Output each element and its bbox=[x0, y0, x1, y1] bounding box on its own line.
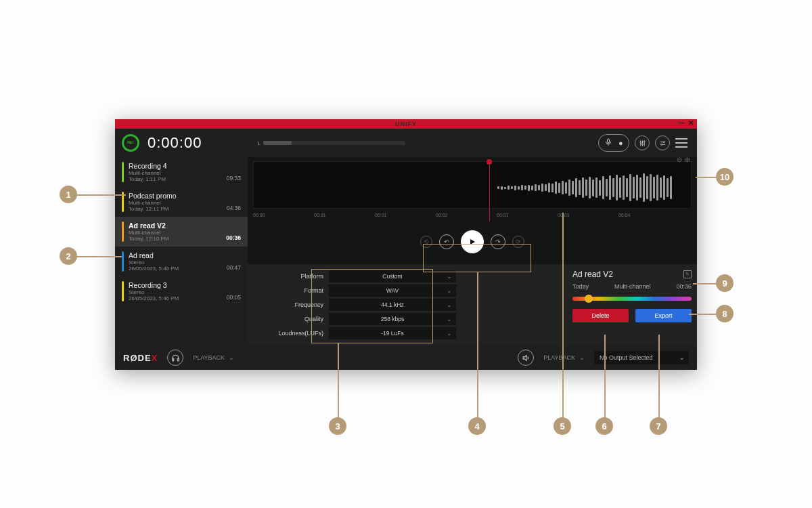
frequency-label: Frequency bbox=[267, 301, 323, 308]
svg-rect-0 bbox=[608, 139, 610, 143]
app-body: Recording 4 Multi-channel Today, 1:11 PM… bbox=[115, 157, 697, 345]
callout-5: 5 bbox=[554, 417, 571, 435]
chevron-down-icon: ⌄ bbox=[679, 354, 685, 361]
app-footer: RØDEX PLAYBACK⌄ PLAYBACK⌄ No Output Sele… bbox=[115, 345, 697, 370]
lead-10 bbox=[696, 177, 717, 178]
rec-date: 26/05/2023, 5:48 PM bbox=[129, 266, 179, 272]
color-picker[interactable] bbox=[572, 297, 692, 301]
callout-1: 1 bbox=[60, 186, 77, 203]
frequency-dropdown[interactable]: 44.1 kHz⌄ bbox=[329, 299, 456, 311]
file-name: Ad read V2 bbox=[572, 270, 613, 279]
file-name-row: Ad read V2 ✎ bbox=[572, 270, 692, 279]
skip-end-icon[interactable]: ⟳ bbox=[512, 236, 524, 248]
rec-sub: Multi-channel bbox=[129, 200, 177, 206]
level-bar bbox=[263, 141, 405, 145]
format-label: Format bbox=[267, 287, 323, 294]
chevron-down-icon: ⌄ bbox=[447, 330, 452, 337]
quality-label: Quality bbox=[267, 316, 323, 322]
zoom-out-icon[interactable]: ⊖ bbox=[677, 156, 682, 163]
speaker-icon[interactable] bbox=[518, 350, 534, 366]
format-dropdown[interactable]: WAV⌄ bbox=[329, 284, 456, 297]
tick: 00:02 bbox=[436, 213, 497, 224]
waveform-track[interactable] bbox=[253, 161, 692, 209]
rec-date: Today, 12:11 PM bbox=[129, 206, 177, 212]
rec-dur: 00:36 bbox=[226, 234, 241, 241]
color-tag bbox=[122, 162, 124, 182]
list-item[interactable]: Podcast promo Multi-channel Today, 12:11… bbox=[115, 187, 248, 217]
file-details: Ad read V2 ✎ Today Multi-channel 00:36 D… bbox=[572, 270, 692, 340]
output-dropdown[interactable]: No Output Selected⌄ bbox=[594, 351, 689, 364]
file-meta: Today Multi-channel 00:36 bbox=[572, 283, 692, 290]
color-tag bbox=[122, 251, 124, 272]
list-item[interactable]: Recording 3 Stereo 26/05/2023, 5:46 PM 0… bbox=[115, 276, 248, 306]
details-row: Platform Custom⌄ Format WAV⌄ Frequency 4… bbox=[248, 264, 697, 345]
export-settings: Platform Custom⌄ Format WAV⌄ Frequency 4… bbox=[267, 270, 456, 340]
loudness-dropdown[interactable]: -19 LuFs⌄ bbox=[329, 327, 456, 339]
waveform bbox=[497, 171, 687, 204]
rec-title: Podcast promo bbox=[129, 192, 177, 200]
playback-select-right[interactable]: PLAYBACK⌄ bbox=[543, 354, 585, 361]
rename-icon[interactable]: ✎ bbox=[683, 270, 692, 278]
level-meter: L bbox=[257, 140, 501, 146]
rec-sub: Multi-channel bbox=[129, 230, 168, 236]
headphones-icon[interactable] bbox=[167, 350, 183, 366]
tick: 00:01 bbox=[314, 213, 375, 224]
level-label: L bbox=[257, 140, 260, 146]
app-header: REC 0:00:00 L ● bbox=[115, 129, 697, 157]
svg-point-5 bbox=[660, 144, 662, 145]
close-icon[interactable]: ✕ bbox=[688, 120, 694, 126]
center-spacer bbox=[464, 270, 564, 340]
chevron-down-icon: ⌄ bbox=[447, 287, 452, 294]
time-ticks: 00:00 00:01 00:01 00:02 00:03 00:03 00:0… bbox=[253, 213, 692, 224]
rec-title: Ad read V2 bbox=[129, 221, 168, 230]
play-button[interactable] bbox=[461, 230, 484, 253]
window-controls: — ✕ bbox=[678, 120, 694, 126]
callout-2: 2 bbox=[60, 247, 77, 265]
quality-dropdown[interactable]: 256 kbps⌄ bbox=[329, 313, 456, 325]
rec-dur: 00:47 bbox=[227, 264, 241, 271]
main-area: 00:00 00:01 00:01 00:02 00:03 00:03 00:0… bbox=[248, 157, 697, 345]
export-button[interactable]: Export bbox=[635, 309, 692, 322]
mic-icon bbox=[604, 138, 612, 148]
app-title: UNIFY bbox=[395, 121, 417, 127]
transport-controls: ⟲ ↶ ↷ ⟳ bbox=[420, 230, 524, 253]
chevron-down-icon: ⌄ bbox=[447, 316, 452, 322]
skip-start-icon[interactable]: ⟲ bbox=[420, 236, 432, 248]
tick: 00:03 bbox=[558, 213, 618, 224]
list-item-selected[interactable]: Ad read V2 Multi-channel Today, 12:10 PM… bbox=[115, 217, 248, 247]
mic-toggle-pill[interactable]: ● bbox=[598, 134, 629, 152]
delete-button[interactable]: Delete bbox=[572, 309, 629, 322]
rec-date: Today, 1:11 PM bbox=[129, 176, 167, 182]
list-item[interactable]: Ad read Stereo 26/05/2023, 5:48 PM 00:47 bbox=[115, 247, 248, 276]
callout-6: 6 bbox=[595, 417, 613, 435]
rewind-icon[interactable]: ↶ bbox=[439, 234, 454, 249]
menu-icon[interactable] bbox=[675, 138, 687, 148]
color-tag bbox=[122, 221, 124, 242]
forward-icon[interactable]: ↷ bbox=[491, 234, 505, 249]
playback-select-left[interactable]: PLAYBACK⌄ bbox=[193, 354, 234, 361]
header-icons: ● bbox=[598, 134, 687, 152]
platform-dropdown[interactable]: Custom⌄ bbox=[329, 270, 456, 282]
timer: 0:00:00 bbox=[148, 134, 202, 152]
lead-7 bbox=[658, 335, 660, 418]
tick: 00:01 bbox=[375, 213, 436, 224]
zoom-in-icon[interactable]: ⊕ bbox=[685, 156, 690, 163]
tick: 00:04 bbox=[618, 213, 679, 224]
sliders-icon[interactable] bbox=[635, 135, 650, 150]
minimize-icon[interactable]: — bbox=[678, 120, 684, 126]
record-button[interactable]: REC bbox=[122, 134, 139, 152]
callout-3: 3 bbox=[329, 417, 346, 435]
callout-9: 9 bbox=[716, 274, 734, 292]
settings-icon[interactable] bbox=[655, 135, 670, 150]
rec-title: Recording 4 bbox=[129, 162, 167, 170]
app-window: UNIFY — ✕ REC 0:00:00 L ● bbox=[115, 119, 697, 370]
list-item[interactable]: Recording 4 Multi-channel Today, 1:11 PM… bbox=[115, 157, 248, 187]
svg-point-3 bbox=[644, 141, 645, 142]
rec-dur: 04:36 bbox=[227, 205, 241, 211]
svg-point-4 bbox=[663, 141, 664, 142]
svg-point-2 bbox=[641, 143, 643, 144]
brand-logo: RØDEX bbox=[123, 353, 158, 363]
file-date: Today bbox=[572, 283, 589, 290]
lead-9 bbox=[693, 283, 717, 284]
lead-4 bbox=[477, 272, 478, 418]
